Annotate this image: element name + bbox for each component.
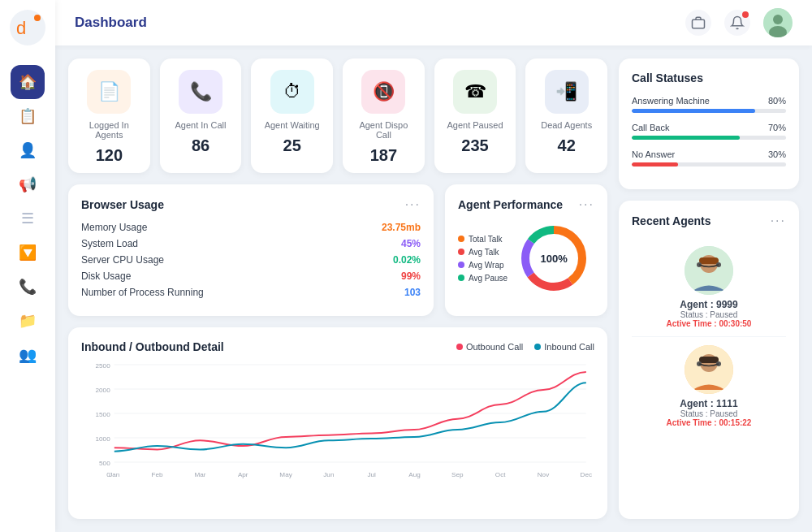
- progress-bar-1: [632, 136, 786, 140]
- browser-row-0: Memory Usage 23.75mb: [81, 222, 421, 233]
- agent-perf-header: Agent Performance ···: [458, 197, 594, 212]
- stat-card-1: 📞 Agent In Call 86: [160, 58, 242, 173]
- chart-card: Inbound / Outbound Detail Outbound Call …: [68, 327, 607, 519]
- svg-rect-3: [693, 19, 705, 28]
- agent-status-1: Status : Paused: [680, 409, 738, 418]
- progress-fill-2: [632, 162, 678, 167]
- donut-container: Total Talk Avg Talk Avg Wrap Avg Pause: [458, 222, 594, 295]
- stat-label-4: Agent Paused: [447, 120, 503, 130]
- agent-avatar-0: [685, 246, 733, 295]
- agent-time-0: Active Time : 00:30:50: [667, 319, 752, 328]
- call-status-row-1: Call Back 70%: [632, 123, 786, 140]
- legend-dot-3: [458, 275, 464, 281]
- browser-row-label-4: Number of Process Running: [81, 287, 204, 298]
- browser-usage-card: Browser Usage ··· Memory Usage 23.75mb S…: [68, 184, 434, 316]
- agent-performance-card: Agent Performance ··· Total Talk Avg Tal…: [445, 184, 607, 316]
- stat-value-4: 235: [461, 136, 488, 155]
- recent-agent-item-1: Agent : 1111 Status : Paused Active Time…: [632, 337, 786, 435]
- recent-agents-menu-dots[interactable]: ···: [771, 214, 786, 228]
- agent-name-0: Agent : 9999: [680, 299, 737, 310]
- header-actions: [685, 8, 793, 37]
- x-label-10: Nov: [538, 471, 549, 478]
- browser-row-3: Disk Usage 99%: [81, 270, 421, 282]
- stat-value-1: 86: [192, 136, 209, 155]
- legend-dot-1: [458, 249, 464, 255]
- status-value-0: 80%: [768, 96, 786, 106]
- stat-icon-4: ☎: [453, 70, 497, 114]
- browser-card-title: Browser Usage: [81, 198, 164, 211]
- svg-rect-29: [699, 357, 719, 363]
- stat-label-1: Agent In Call: [175, 120, 227, 130]
- agent-perf-menu-dots[interactable]: ···: [579, 197, 594, 212]
- legend-item-0: Total Talk: [458, 235, 508, 244]
- x-label-5: Jun: [323, 471, 334, 478]
- sidebar-item-filters[interactable]: 🔽: [11, 236, 45, 270]
- status-value-1: 70%: [768, 123, 786, 132]
- chart-header: Inbound / Outbound Detail Outbound Call …: [81, 340, 594, 353]
- sidebar-item-home[interactable]: 🏠: [11, 65, 45, 99]
- status-label-2: No Answer: [632, 149, 675, 159]
- browser-card-header: Browser Usage ···: [81, 197, 421, 212]
- call-status-row-2: No Answer 30%: [632, 149, 786, 167]
- chart-legend-label-0: Outbound Call: [466, 342, 523, 352]
- agent-perf-title: Agent Performance: [458, 198, 563, 211]
- browser-row-2: Server CPU Usage 0.02%: [81, 254, 421, 266]
- recent-agent-item-0: Agent : 9999 Status : Paused Active Time…: [632, 238, 786, 337]
- svg-text:d: d: [16, 18, 26, 38]
- donut-chart: 100%: [517, 222, 590, 295]
- sidebar-item-users[interactable]: 👤: [11, 133, 45, 167]
- svg-rect-24: [699, 257, 719, 264]
- chart-legend: Outbound Call Inbound Call: [456, 342, 594, 352]
- x-label-6: Jul: [367, 471, 376, 478]
- status-header-1: Call Back 70%: [632, 123, 786, 132]
- stat-card-4: ☎ Agent Paused 235: [434, 58, 516, 173]
- sidebar-item-campaigns[interactable]: 📢: [11, 167, 45, 201]
- stat-icon-5: 📲: [545, 70, 589, 114]
- browser-row-label-1: System Load: [81, 238, 138, 249]
- x-label-4: May: [279, 471, 292, 478]
- chart-title: Inbound / Outbound Detail: [81, 340, 224, 353]
- stat-card-2: ⏱ Agent Waiting 25: [251, 58, 333, 173]
- browser-row-1: System Load 45%: [81, 238, 421, 249]
- progress-bar-2: [632, 162, 786, 167]
- donut-legend: Total Talk Avg Talk Avg Wrap Avg Pause: [458, 235, 508, 283]
- legend-item-1: Avg Talk: [458, 248, 508, 257]
- browser-row-value-4: 103: [404, 287, 421, 298]
- chart-legend-label-1: Inbound Call: [544, 342, 594, 352]
- main-content: Dashboard: [55, 0, 812, 532]
- legend-label-2: Avg Wrap: [469, 261, 504, 270]
- stat-cards-row: 📄 Logged In Agents 120 📞 Agent In Call 8…: [68, 58, 607, 173]
- chart-legend-dot-1: [534, 344, 541, 350]
- left-column: 📄 Logged In Agents 120 📞 Agent In Call 8…: [68, 58, 607, 519]
- briefcase-icon[interactable]: [685, 10, 711, 36]
- status-header-0: Answering Machine 80%: [632, 96, 786, 106]
- sidebar-item-reports[interactable]: 📋: [11, 99, 45, 133]
- stat-label-5: Dead Agents: [541, 120, 592, 130]
- call-status-row-0: Answering Machine 80%: [632, 96, 786, 113]
- stat-value-3: 187: [370, 146, 397, 165]
- sidebar-item-lists[interactable]: ☰: [11, 201, 45, 236]
- x-label-1: Feb: [152, 471, 164, 478]
- browser-row-value-0: 23.75mb: [382, 222, 421, 233]
- notification-icon[interactable]: [724, 10, 750, 36]
- browser-row-4: Number of Process Running 103: [81, 287, 421, 298]
- x-label-9: Oct: [495, 471, 506, 478]
- sidebar-item-agents[interactable]: 👥: [11, 338, 45, 372]
- agent-name-1: Agent : 1111: [680, 398, 737, 409]
- recent-agents-card: Recent Agents ··· Agent : 9999 Status : …: [619, 201, 799, 519]
- browser-menu-dots[interactable]: ···: [405, 197, 421, 212]
- legend-label-1: Avg Talk: [469, 248, 499, 257]
- stat-value-5: 42: [558, 136, 576, 155]
- call-statuses-title: Call Statuses: [632, 71, 786, 84]
- logo: d: [10, 10, 45, 45]
- chart-legend-dot-0: [456, 344, 463, 350]
- browser-row-label-2: Server CPU Usage: [81, 254, 164, 266]
- svg-text:500: 500: [99, 460, 110, 467]
- browser-row-label-0: Memory Usage: [81, 222, 147, 233]
- status-header-2: No Answer 30%: [632, 149, 786, 159]
- sidebar-item-calls[interactable]: 📞: [11, 270, 45, 304]
- content-area: 📄 Logged In Agents 120 📞 Agent In Call 8…: [55, 45, 812, 532]
- avatar[interactable]: [763, 8, 793, 37]
- svg-text:1000: 1000: [96, 435, 111, 443]
- sidebar-item-records[interactable]: 📁: [11, 304, 45, 338]
